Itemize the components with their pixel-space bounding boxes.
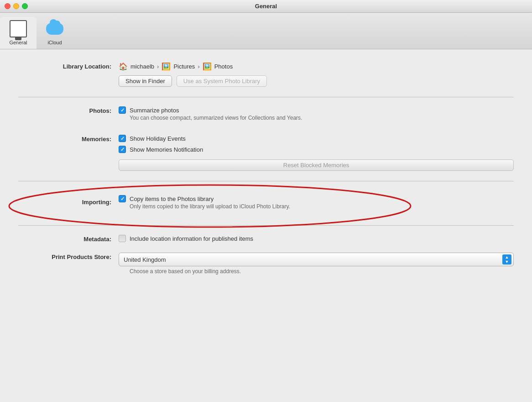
metadata-label: Metadata: [18,235,119,243]
importing-row: Importing: Copy items to the Photos libr… [18,190,514,215]
maximize-button[interactable] [22,3,28,9]
holiday-events-label: Show Holiday Events [130,135,186,142]
importing-content: Copy items to the Photos library Only it… [119,190,514,215]
divider-2 [18,181,514,181]
path-photos: Photos [214,63,233,70]
path-sep-1: › [157,63,159,70]
print-products-content: United Kingdom ▲ ▼ Choose a store based … [119,253,514,275]
holiday-events-checkbox-row: Show Holiday Events [119,135,514,142]
general-icon [9,20,27,38]
show-in-finder-button[interactable]: Show in Finder [119,75,172,87]
arrow-down-icon: ▼ [505,260,509,264]
library-location-row: Library Location: 🏠 michaelb › 🖼️ Pictur… [18,62,514,87]
photos-label: Photos: [18,106,119,114]
location-info-checkbox[interactable] [119,235,126,242]
summarize-checkbox-row: Summarize photos [119,106,514,114]
library-buttons: Show in Finder Use as System Photo Libra… [119,75,514,87]
memories-row: Memories: Show Holiday Events Show Memor… [18,135,514,171]
copy-items-checkbox-row: Copy items to the Photos library [119,195,514,202]
arrow-up-icon: ▲ [505,255,509,259]
path-sep-2: › [198,63,199,70]
print-products-row: Print Products Store: United Kingdom ▲ ▼… [18,253,514,275]
summarize-checkbox[interactable] [119,106,126,114]
library-path: 🏠 michaelb › 🖼️ Pictures › 🖼️ Photos [119,62,514,71]
path-user: michaelb [130,63,154,70]
memories-notification-label: Show Memories Notification [130,146,203,153]
traffic-lights [5,3,28,9]
location-info-checkbox-row: Include location information for publish… [119,235,514,242]
copy-items-checkbox[interactable] [119,195,126,202]
copy-items-subtext: Only items copied to the library will up… [119,203,514,210]
tab-general-label: General [9,40,27,45]
pictures-icon: 🖼️ [162,62,171,71]
main-content: Library Location: 🏠 michaelb › 🖼️ Pictur… [0,49,532,297]
print-products-label: Print Products Store: [18,253,119,260]
memories-notification-checkbox[interactable] [119,146,126,153]
minimize-button[interactable] [13,3,19,9]
print-store-subtext: Choose a store based on your billing add… [119,268,514,275]
tab-icloud-label: iCloud [47,40,62,45]
holiday-events-checkbox[interactable] [119,135,126,142]
copy-items-label: Copy items to the Photos library [130,196,214,202]
photos-row: Photos: Summarize photos You can choose … [18,106,514,125]
photos-icon: 🖼️ [203,62,212,71]
toolbar: General iCloud [0,13,532,49]
library-location-content: 🏠 michaelb › 🖼️ Pictures › 🖼️ Photos Sho… [119,62,514,87]
summarize-subtext: You can choose compact, summarized views… [119,115,514,121]
print-store-value: United Kingdom [124,256,500,263]
home-icon: 🏠 [119,62,128,71]
metadata-row: Metadata: Include location information f… [18,235,514,243]
window-title: General [255,3,277,10]
icloud-icon [46,20,64,38]
memories-notification-checkbox-row: Show Memories Notification [119,146,514,153]
title-bar: General [0,0,532,13]
close-button[interactable] [5,3,10,9]
library-location-label: Library Location: [18,62,119,70]
reset-blocked-memories-button: Reset Blocked Memories [119,159,514,171]
memories-content: Show Holiday Events Show Memories Notifi… [119,135,514,171]
photos-content: Summarize photos You can choose compact,… [119,106,514,125]
importing-label: Importing: [18,190,119,206]
divider-3 [18,225,514,226]
memories-label: Memories: [18,135,119,143]
summarize-label: Summarize photos [130,107,179,114]
print-store-dropdown[interactable]: United Kingdom ▲ ▼ [119,253,514,266]
divider-1 [18,97,514,97]
dropdown-arrows-icon: ▲ ▼ [502,254,511,264]
tab-icloud[interactable]: iCloud [37,17,73,49]
path-pictures: Pictures [173,63,195,70]
tab-general[interactable]: General [0,17,37,49]
metadata-content: Include location information for publish… [119,235,514,242]
use-as-system-button: Use as System Photo Library [177,75,267,87]
location-info-label: Include location information for publish… [130,235,253,242]
